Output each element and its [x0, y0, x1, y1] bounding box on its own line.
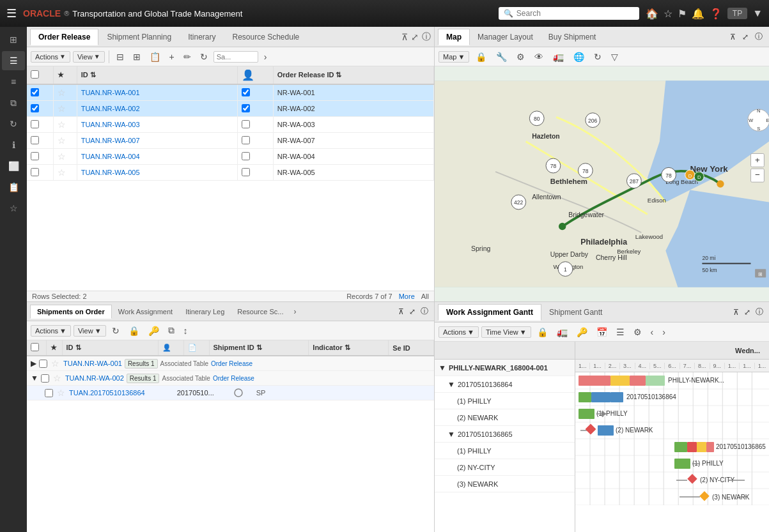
tab-shipment-gantt[interactable]: Shipment Gantt: [541, 305, 610, 320]
wa001-assoc-value[interactable]: Order Release: [211, 360, 252, 367]
sidebar-report-icon[interactable]: 📋: [2, 178, 25, 197]
table-row[interactable]: ☆ TUAN.NR-WA-003 NR-WA-003: [27, 117, 434, 133]
row-checkbox[interactable]: [31, 88, 39, 96]
sort-shipid[interactable]: ⇅: [256, 344, 262, 351]
row-id-link[interactable]: TUAN.NR-WA-001: [81, 89, 140, 96]
menu-icon[interactable]: ☰: [6, 6, 17, 20]
table-row[interactable]: ☆ TUAN.NR-WA-007 NR-WA-007: [27, 133, 434, 149]
expand-shipments-icon[interactable]: ⤢: [407, 307, 418, 316]
row-checkbox2[interactable]: [242, 120, 250, 128]
chevron-down-icon[interactable]: ▼: [752, 8, 763, 19]
row-checkbox2[interactable]: [242, 88, 250, 96]
gantt-prev-icon[interactable]: ‹: [648, 326, 657, 338]
row-id-link[interactable]: TUAN.NR-WA-004: [81, 153, 140, 160]
user-menu-button[interactable]: TP: [727, 8, 747, 19]
manage-columns-icon[interactable]: ⊟: [113, 50, 127, 63]
row-checkbox2[interactable]: [242, 136, 250, 144]
map-eye-icon[interactable]: 👁: [531, 50, 547, 63]
next-icon[interactable]: ›: [261, 50, 270, 63]
map-globe-icon[interactable]: 🌐: [570, 50, 587, 63]
tab-manager-layout[interactable]: Manager Layout: [470, 29, 541, 45]
row-star[interactable]: ☆: [58, 103, 66, 114]
expand-865-icon[interactable]: ▼: [447, 430, 455, 439]
map-wrench-icon[interactable]: 🔧: [493, 50, 510, 63]
wa001-link[interactable]: TUAN.NR-WA-001: [63, 360, 122, 367]
shipments-actions-button[interactable]: Actions ▼: [31, 325, 71, 337]
collapse-gantt-icon[interactable]: ⊼: [731, 308, 742, 317]
table-row[interactable]: ☆ TUAN.NR-WA-001 NR-WA-001: [27, 84, 434, 101]
shipments-select-all[interactable]: [31, 343, 39, 351]
shipments-move-icon[interactable]: ↕: [180, 324, 191, 337]
row-checkbox2[interactable]: [242, 104, 250, 112]
expand-wa001-icon[interactable]: ▶: [31, 359, 36, 368]
sidebar-table-icon[interactable]: ☰: [2, 51, 25, 70]
expand-philly-newark-icon[interactable]: ▼: [439, 363, 446, 372]
row-checkbox[interactable]: [31, 152, 39, 160]
expand-panel-icon[interactable]: ⤢: [411, 32, 419, 42]
detach-icon[interactable]: 📋: [146, 50, 164, 63]
add-icon[interactable]: +: [166, 50, 178, 63]
panel-info-icon[interactable]: ⓘ: [422, 31, 431, 43]
child-row-star[interactable]: ☆: [57, 388, 65, 398]
expand-map-icon[interactable]: ⤢: [739, 33, 752, 42]
tab-resource-sc[interactable]: Resource Sc...: [231, 305, 290, 318]
sidebar-copy-icon[interactable]: ⧉: [2, 93, 25, 112]
tab-order-release[interactable]: Order Release: [30, 29, 98, 45]
gantt-lock-icon[interactable]: 🔒: [534, 326, 551, 338]
shipment-group-row-2[interactable]: ▼ ☆ TUAN.NR-WA-002 Results 1 Associated …: [27, 371, 434, 386]
wa002-link[interactable]: TUAN.NR-WA-002: [65, 374, 124, 382]
tab-resource-schedule[interactable]: Resource Schedule: [224, 29, 307, 45]
map-filter-icon[interactable]: ▽: [608, 50, 621, 63]
sidebar-bookmark-icon[interactable]: ☆: [2, 199, 25, 218]
refresh-table-icon[interactable]: ↻: [197, 50, 211, 63]
edit-icon[interactable]: ✏: [180, 50, 194, 63]
table-row[interactable]: ☆ TUAN.NR-WA-002 NR-WA-002: [27, 101, 434, 117]
more-tabs-icon[interactable]: ›: [290, 305, 300, 319]
sort-id-icon[interactable]: ⇅: [90, 71, 96, 79]
expand-864-icon[interactable]: ▼: [447, 380, 455, 389]
sidebar-window-icon[interactable]: ⬜: [2, 156, 25, 176]
gantt-key-icon[interactable]: 🔑: [573, 326, 591, 338]
map-lock-icon[interactable]: 🔒: [472, 50, 490, 63]
gantt-time-view-button[interactable]: Time View ▼: [481, 326, 531, 338]
search-input[interactable]: [517, 9, 632, 18]
shipments-info-icon[interactable]: ⓘ: [418, 306, 431, 317]
gantt-list-icon[interactable]: ☰: [613, 326, 628, 338]
gantt-row-philly-newark[interactable]: ▼ PHILLY-NEWARK_168004-001: [435, 360, 575, 376]
wa002-checkbox[interactable]: [41, 374, 49, 383]
gantt-row-shipment-865[interactable]: ▼ 20170510136865: [435, 426, 575, 443]
row-checkbox[interactable]: [31, 136, 39, 144]
wa001-checkbox[interactable]: [39, 360, 47, 368]
global-search-box[interactable]: 🔍: [499, 7, 639, 20]
shipments-lock-icon[interactable]: 🔒: [125, 324, 143, 337]
row-star[interactable]: ☆: [58, 135, 66, 146]
sort-indicator[interactable]: ⇅: [345, 344, 350, 351]
row-star[interactable]: ☆: [58, 167, 66, 178]
tab-buy-shipment[interactable]: Buy Shipment: [541, 29, 604, 45]
map-truck-icon[interactable]: 🚛: [550, 50, 567, 63]
row-star[interactable]: ☆: [58, 119, 66, 130]
flag-icon[interactable]: ⚑: [678, 8, 687, 20]
view-button[interactable]: View ▼: [73, 51, 105, 63]
table-row[interactable]: ☆ TUAN.NR-WA-005 NR-WA-005: [27, 165, 434, 181]
wa002-assoc-value[interactable]: Order Release: [213, 375, 254, 382]
gantt-truck-icon[interactable]: 🚛: [554, 326, 571, 338]
table-search-input[interactable]: [214, 51, 258, 63]
map-info-icon[interactable]: ⓘ: [752, 31, 766, 42]
map-settings-icon[interactable]: ⚙: [513, 50, 528, 63]
gantt-info-icon[interactable]: ⓘ: [753, 307, 766, 317]
wa001-star[interactable]: ☆: [51, 358, 59, 369]
shipment-group-row-1[interactable]: ▶ ☆ TUAN.NR-WA-001 Results 1 Associated …: [27, 356, 434, 371]
star-icon[interactable]: ☆: [664, 8, 672, 20]
sidebar-refresh-icon[interactable]: ↻: [2, 114, 25, 133]
map-refresh-icon[interactable]: ↻: [591, 50, 605, 63]
tab-work-assignment-gantt[interactable]: Work Assignment Gantt: [438, 304, 541, 321]
map-actions-button[interactable]: Map ▼: [439, 51, 469, 63]
row-id-link[interactable]: TUAN.NR-WA-007: [81, 137, 140, 144]
collapse-map-icon[interactable]: ⊼: [727, 33, 739, 42]
sidebar-list-icon[interactable]: ≡: [2, 72, 25, 91]
actions-button[interactable]: Actions ▼: [31, 51, 70, 63]
child-row-link[interactable]: TUAN.20170510136864: [69, 389, 145, 397]
gantt-row-shipment-864[interactable]: ▼ 20170510136864: [435, 376, 575, 393]
row-checkbox[interactable]: [31, 120, 39, 128]
